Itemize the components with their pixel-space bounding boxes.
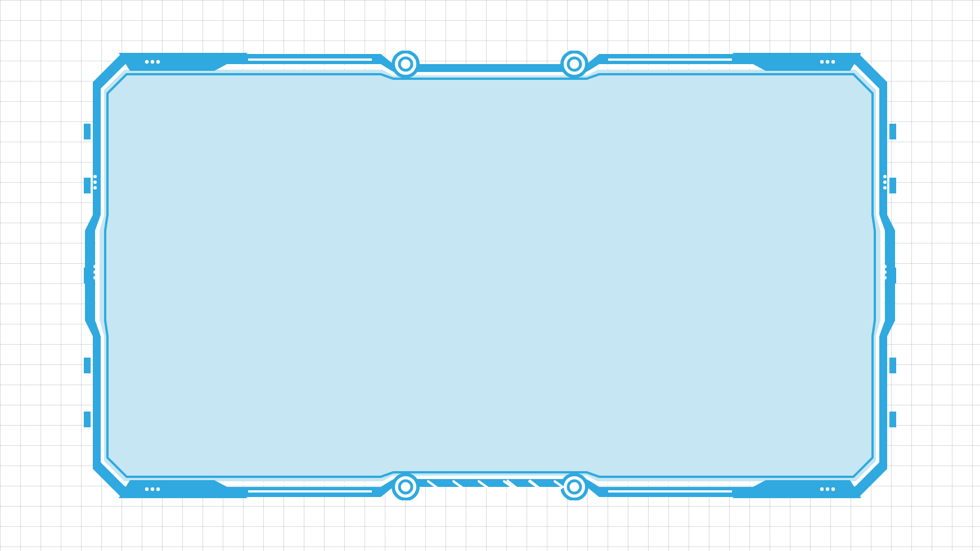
panel-fill [98, 70, 882, 481]
bottom-notch-ring-1 [393, 475, 418, 499]
right-rail-upper-dot-1 [883, 175, 887, 178]
left-rail-tick-3 [84, 268, 91, 283]
wing-bl-dot-2 [151, 487, 154, 491]
left-rail-upper-dot-2 [93, 180, 97, 184]
right-rail-mid-dot-3 [883, 276, 887, 279]
wing-br-dot-1 [831, 487, 835, 491]
bottom-notch-ring-2 [562, 475, 587, 499]
hud-frame [79, 51, 901, 500]
wing-tr-dot-1 [831, 60, 835, 64]
right-rail-tick-5 [889, 412, 896, 427]
left-rail-upper-dot-1 [93, 175, 97, 178]
right-rail-mid-dot-1 [883, 265, 887, 268]
left-rail-upper-dot-3 [93, 186, 97, 189]
right-rail-upper-dot-3 [883, 186, 887, 189]
accent-line-1 [248, 58, 372, 61]
right-rail-tick-3 [889, 268, 896, 283]
left-rail-mid-dot-3 [93, 276, 97, 279]
wing-bl-dot-3 [156, 487, 160, 491]
wing-br-dot-3 [820, 487, 824, 491]
left-rail-tick-4 [84, 358, 91, 373]
left-rail-mid-dot-2 [93, 270, 97, 274]
left-rail-tick-1 [84, 124, 91, 139]
wing-tl-dot-2 [151, 60, 154, 64]
right-rail-tick-2 [889, 178, 896, 193]
wing-tl-dot-3 [156, 60, 160, 64]
accent-line-2 [608, 58, 732, 61]
left-rail-tick-5 [84, 412, 91, 427]
left-rail-tick-2 [84, 178, 91, 193]
accent-line-4 [608, 490, 732, 493]
wing-tr-dot-3 [820, 60, 824, 64]
right-rail-mid-dot-2 [883, 270, 887, 274]
right-rail-tick-1 [889, 124, 896, 139]
wing-br-dot-2 [826, 487, 829, 491]
left-rail-mid-dot-1 [93, 265, 97, 268]
accent-line-3 [248, 490, 372, 493]
right-rail-tick-4 [889, 358, 896, 373]
top-notch-ring-1 [393, 52, 418, 76]
wing-tl-dot-1 [145, 60, 149, 64]
wing-tr-dot-2 [826, 60, 829, 64]
wing-bl-dot-1 [145, 487, 149, 491]
top-notch-ring-2 [562, 52, 587, 76]
hud-frame-svg [79, 51, 901, 500]
right-rail-upper-dot-2 [883, 180, 887, 184]
